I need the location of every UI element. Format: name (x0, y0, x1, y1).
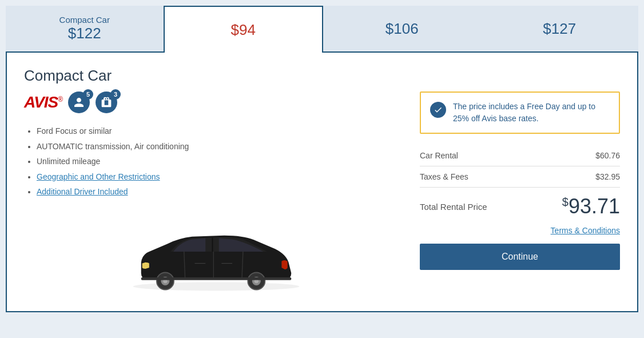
total-value: 93.71 (569, 194, 620, 218)
car-rental-amount: $60.76 (595, 151, 620, 160)
passenger-icon-badge: 5 (68, 92, 90, 113)
bag-count: 3 (110, 89, 121, 100)
check-icon (430, 102, 446, 118)
total-label: Total Rental Price (420, 202, 487, 212)
total-dollar-sign: $ (562, 196, 569, 208)
car-rental-row: Car Rental $60.76 (420, 145, 620, 166)
terms-conditions-link[interactable]: Terms & Conditions (551, 226, 620, 235)
feature-3: Unlimited mileage (37, 154, 408, 169)
taxes-fees-amount: $32.95 (595, 172, 620, 181)
promo-text: The price includes a Free Day and up to … (453, 101, 610, 125)
feature-2-text: AUTOMATIC transmission, Air conditioning (37, 142, 189, 151)
taxes-fees-row: Taxes & Fees $32.95 (420, 166, 620, 188)
price-tab-1[interactable]: Compact Car $122 (6, 6, 164, 51)
price-tabs-row: Compact Car $122 $94 $106 $127 (6, 6, 638, 51)
person-svg (73, 97, 85, 108)
total-row: Total Rental Price $93.71 (420, 188, 620, 222)
price-tab-4[interactable]: $127 (481, 6, 639, 51)
feature-4[interactable]: Geographic and Other Restrictions (37, 169, 408, 185)
outer-container: Compact Car $122 $94 $106 $127 Compact C… (6, 6, 638, 312)
passenger-count: 5 (83, 89, 93, 100)
bag-icon-badge: 3 (96, 92, 117, 113)
tab1-price: $122 (68, 25, 101, 42)
avis-text: AVIS (24, 93, 58, 111)
promo-box: The price includes a Free Day and up to … (420, 92, 620, 134)
price-tab-3[interactable]: $106 (323, 6, 481, 51)
avis-reg: ® (58, 96, 62, 104)
left-section: AVIS® 5 (24, 92, 408, 297)
terms-link-area: Terms & Conditions (420, 225, 620, 236)
tab3-price: $106 (385, 20, 419, 38)
feature-2: AUTOMATIC transmission, Air conditioning (37, 139, 408, 154)
total-amount: $93.71 (562, 194, 620, 218)
tab2-price: $94 (231, 21, 256, 39)
additional-driver-link[interactable]: Additional Driver Included (37, 187, 128, 196)
page-title: Compact Car (24, 67, 620, 85)
taxes-fees-label: Taxes & Fees (420, 172, 468, 181)
luggage-svg (101, 97, 112, 108)
main-card: Compact Car AVIS® (6, 51, 638, 312)
continue-button[interactable]: Continue (420, 244, 620, 270)
card-body: AVIS® 5 (24, 92, 620, 297)
left-top: AVIS® 5 (24, 92, 408, 200)
car-image (130, 222, 302, 297)
car-image-area (24, 205, 408, 297)
tab4-price: $127 (543, 20, 576, 38)
price-breakdown: Car Rental $60.76 Taxes & Fees $32.95 To… (420, 145, 620, 222)
svg-rect-13 (141, 277, 292, 280)
geographic-restrictions-link[interactable]: Geographic and Other Restrictions (37, 172, 160, 181)
checkmark-svg (434, 105, 443, 114)
brand-row: AVIS® 5 (24, 92, 408, 113)
car-rental-label: Car Rental (420, 151, 458, 160)
avis-logo: AVIS® (24, 93, 62, 112)
feature-3-text: Unlimited mileage (37, 157, 100, 166)
feature-5[interactable]: Additional Driver Included (37, 184, 408, 200)
left-content: AVIS® 5 (24, 92, 408, 297)
feature-1: Ford Focus or similar (37, 124, 408, 139)
feature-1-text: Ford Focus or similar (37, 126, 112, 136)
right-section: The price includes a Free Day and up to … (420, 92, 620, 297)
features-list: Ford Focus or similar AUTOMATIC transmis… (24, 124, 408, 200)
tab1-car-name: Compact Car (59, 15, 110, 25)
price-tab-2[interactable]: $94 (164, 6, 324, 53)
